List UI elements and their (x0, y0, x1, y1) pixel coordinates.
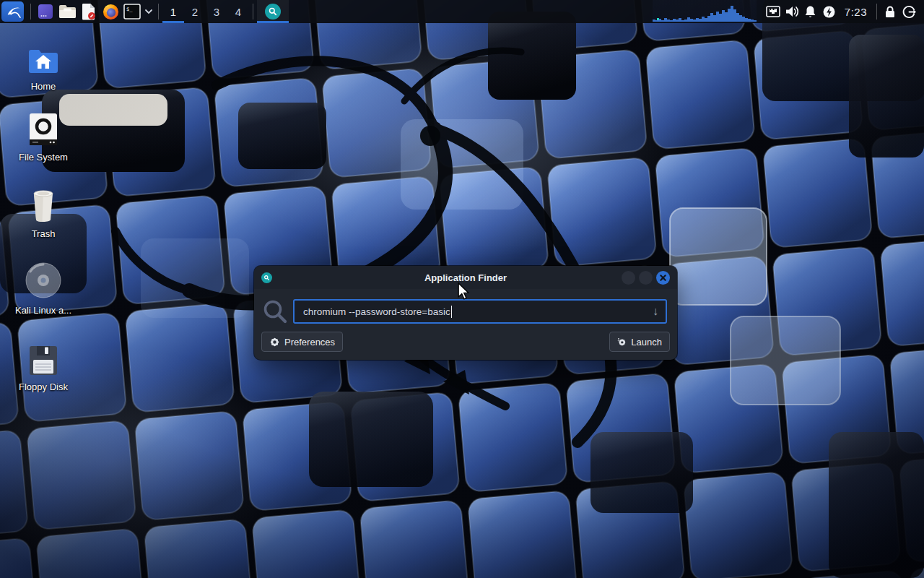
panel-separator (30, 4, 31, 20)
close-button[interactable] (656, 271, 670, 285)
applications-menu-button[interactable] (1, 1, 24, 22)
text-editor-icon (81, 3, 97, 20)
desktop-icon-trash[interactable]: Trash (9, 188, 78, 239)
minimize-button[interactable] (622, 271, 635, 285)
command-input[interactable]: chromium --password-store=basic ↓ (293, 299, 667, 324)
log-out-icon[interactable] (899, 0, 918, 23)
desktop-icon-home[interactable]: Home (9, 40, 78, 92)
power-manager-icon[interactable] (820, 0, 839, 23)
text-caret (451, 306, 453, 318)
hard-drive-icon (9, 111, 78, 146)
launcher-file-manager[interactable] (56, 0, 78, 23)
desktop-icon-label: Kali Linux a... (9, 305, 78, 316)
workspace-button-3[interactable]: 3 (206, 0, 227, 23)
panel-separator (158, 4, 159, 20)
trash-icon (9, 188, 78, 223)
svg-text:$_: $_ (126, 7, 133, 12)
launcher-text-editor[interactable] (78, 0, 100, 23)
search-icon (261, 298, 290, 324)
application-finder-window: Application Finder chromium --password-s… (254, 266, 677, 360)
optical-disc-icon (9, 264, 78, 299)
close-icon (660, 275, 666, 281)
notifications-icon[interactable] (801, 0, 820, 23)
top-panel: $_ 1 2 3 4 (0, 0, 924, 23)
panel-left-group: $_ 1 2 3 4 (0, 0, 289, 23)
launcher-terminal[interactable]: $_ (121, 0, 143, 23)
preferences-button[interactable]: Preferences (261, 332, 343, 352)
cpu-graph[interactable] (653, 0, 757, 23)
window-title: Application Finder (254, 272, 677, 283)
dropdown-arrow-icon[interactable]: ↓ (653, 306, 658, 317)
app-finder-icon (265, 4, 281, 20)
desktop-icon-kali-linux[interactable]: Kali Linux a... (9, 264, 78, 316)
floppy-disk-icon (9, 341, 78, 376)
workspace-button-4[interactable]: 4 (227, 0, 249, 23)
tasklist-application-finder[interactable] (257, 0, 289, 23)
network-wired-icon[interactable] (764, 0, 783, 23)
panel-separator (876, 4, 877, 20)
clock[interactable]: 7:23 (839, 6, 873, 18)
launcher-firefox[interactable] (100, 0, 121, 23)
launch-label: Launch (631, 337, 662, 348)
workspace-button-1[interactable]: 1 (162, 0, 184, 23)
desktop-icon-label: Home (9, 81, 78, 92)
mouse-cursor (456, 282, 471, 300)
gear-icon (269, 337, 280, 348)
home-folder-icon (9, 40, 78, 75)
desktop-icon-file-system[interactable]: File System (9, 111, 78, 163)
app-drawer-icon (37, 3, 54, 20)
launch-gear-icon (617, 337, 627, 347)
desktop-icon-label: Floppy Disk (9, 381, 78, 392)
launch-button[interactable]: Launch (609, 332, 670, 352)
command-input-value: chromium --password-store=basic (303, 306, 450, 317)
file-manager-icon (58, 4, 77, 20)
lock-screen-icon[interactable] (881, 0, 899, 23)
workspace-button-2[interactable]: 2 (184, 0, 206, 23)
chevron-down-icon[interactable] (143, 0, 154, 23)
desktop-icon-label: File System (9, 152, 78, 163)
panel-right-group: 7:23 (653, 0, 924, 23)
terminal-icon: $_ (123, 4, 141, 20)
kali-logo-icon (5, 4, 21, 20)
preferences-label: Preferences (284, 337, 335, 348)
panel-separator (253, 4, 253, 20)
desktop-icon-floppy-disk[interactable]: Floppy Disk (9, 341, 78, 392)
launcher-app-drawer[interactable] (35, 0, 56, 23)
desktop-icon-label: Trash (9, 228, 78, 239)
desktop: $_ 1 2 3 4 (0, 0, 924, 578)
audio-volume-icon[interactable] (783, 0, 801, 23)
firefox-icon (103, 4, 119, 20)
maximize-button[interactable] (639, 271, 653, 285)
